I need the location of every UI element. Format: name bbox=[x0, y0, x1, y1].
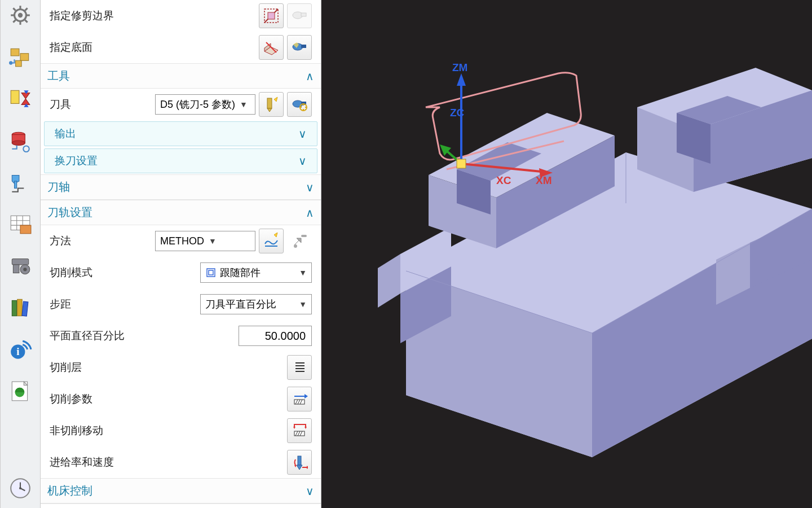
tool-change-label: 换刀设置 bbox=[55, 154, 98, 168]
svg-rect-54 bbox=[301, 45, 306, 48]
svg-point-32 bbox=[23, 268, 27, 271]
gear-icon[interactable] bbox=[6, 2, 35, 28]
z-axis-label: ZM bbox=[452, 62, 467, 73]
machine-control-label: 机床控制 bbox=[47, 483, 92, 498]
display-trim-boundary-button bbox=[287, 3, 312, 28]
chevron-up-icon: ∧ bbox=[306, 69, 314, 83]
stepover-row: 步距 刀具平直百分比 ▼ bbox=[41, 288, 321, 320]
percent-row: 平面直径百分比 bbox=[41, 320, 321, 352]
svg-marker-74 bbox=[293, 427, 295, 429]
svg-marker-15 bbox=[21, 93, 30, 105]
svg-rect-80 bbox=[298, 456, 301, 465]
chevron-down-icon: ∨ bbox=[306, 181, 314, 194]
cut-params-label: 切削参数 bbox=[50, 392, 92, 406]
spreadsheet-icon[interactable] bbox=[6, 211, 35, 237]
x-axis-label: XM bbox=[536, 174, 552, 186]
tool-select-value: D5 (铣刀-5 参数) bbox=[160, 98, 235, 111]
method-select-value: METHOD bbox=[160, 235, 204, 247]
path-section-label: 刀轨设置 bbox=[47, 205, 92, 220]
noncut-moves-row: 非切削移动 bbox=[41, 415, 321, 446]
edit-method-button[interactable] bbox=[287, 229, 312, 253]
stepover-select[interactable]: 刀具平直百分比 ▼ bbox=[200, 294, 312, 314]
method-select[interactable]: METHOD ▼ bbox=[155, 231, 255, 251]
path-section-header[interactable]: 刀轨设置 ∧ bbox=[41, 200, 321, 225]
floor-row: 指定底面 bbox=[41, 32, 321, 63]
cut-pattern-select[interactable]: 跟随部件 ▼ bbox=[200, 262, 312, 283]
axis-section-header[interactable]: 刀轴 ∨ bbox=[41, 174, 321, 200]
svg-rect-14 bbox=[11, 90, 19, 103]
caret-down-icon: ▼ bbox=[240, 100, 248, 109]
svg-line-6 bbox=[25, 20, 27, 22]
machine-tool-icon[interactable] bbox=[6, 253, 35, 279]
svg-point-12 bbox=[9, 61, 12, 64]
svg-point-20 bbox=[12, 141, 25, 145]
axis-section-label: 刀轴 bbox=[47, 179, 70, 195]
trim-boundary-row: 指定修剪边界 bbox=[41, 0, 321, 32]
tool-label: 刀具 bbox=[50, 97, 71, 112]
resource-bar: i bbox=[0, 0, 41, 508]
svg-line-8 bbox=[13, 20, 15, 22]
chevron-up-icon: ∧ bbox=[306, 206, 314, 220]
tool-change-subsection[interactable]: 换刀设置 ∨ bbox=[44, 148, 317, 173]
svg-rect-22 bbox=[15, 181, 17, 189]
svg-line-5 bbox=[13, 8, 15, 10]
history-clock-icon[interactable] bbox=[6, 475, 35, 501]
svg-rect-113 bbox=[457, 159, 466, 168]
svg-rect-30 bbox=[13, 265, 19, 273]
tool-section-header[interactable]: 工具 ∧ bbox=[41, 63, 321, 89]
feeds-row: 进给率和速度 bbox=[41, 446, 321, 478]
svg-rect-34 bbox=[17, 299, 22, 316]
cut-levels-row: 切削层 bbox=[41, 352, 321, 383]
machine-control-section-header[interactable]: 机床控制 ∨ bbox=[41, 478, 321, 503]
library-icon[interactable] bbox=[6, 295, 35, 321]
svg-rect-11 bbox=[20, 54, 29, 61]
select-floor-button[interactable] bbox=[259, 35, 284, 60]
select-trim-boundary-button[interactable] bbox=[259, 3, 284, 28]
constraint-navigator-icon[interactable] bbox=[6, 86, 35, 112]
cut-pattern-row: 切削模式 跟随部件 ▼ bbox=[41, 257, 321, 288]
new-tool-button[interactable] bbox=[259, 92, 284, 117]
noncut-moves-label: 非切削移动 bbox=[50, 423, 103, 438]
noncut-moves-button[interactable] bbox=[287, 418, 312, 443]
svg-rect-47 bbox=[268, 12, 275, 19]
chevron-down-icon: ∨ bbox=[306, 484, 314, 498]
floor-label: 指定底面 bbox=[50, 40, 92, 55]
svg-rect-61 bbox=[301, 235, 307, 237]
info-feed-icon[interactable]: i bbox=[6, 336, 35, 362]
assembly-navigator-icon[interactable] bbox=[6, 44, 35, 70]
svg-rect-10 bbox=[11, 49, 19, 56]
svg-marker-75 bbox=[304, 427, 307, 429]
machine-navigator-icon[interactable] bbox=[6, 128, 35, 154]
method-label: 方法 bbox=[50, 234, 71, 248]
caret-down-icon: ▼ bbox=[209, 237, 217, 246]
web-page-icon[interactable] bbox=[6, 378, 35, 404]
cut-levels-label: 切削层 bbox=[50, 360, 82, 375]
svg-text:i: i bbox=[16, 346, 19, 358]
svg-rect-35 bbox=[22, 301, 28, 316]
percent-input[interactable] bbox=[239, 326, 312, 346]
app-root: i 指定修剪边界 指定底面 bbox=[0, 0, 812, 508]
edit-tool-button[interactable] bbox=[287, 92, 312, 117]
operation-navigator-icon[interactable] bbox=[6, 169, 35, 195]
caret-down-icon: ▼ bbox=[299, 268, 307, 277]
svg-point-60 bbox=[294, 244, 297, 248]
cut-params-row: 切削参数 bbox=[41, 383, 321, 415]
chevron-down-icon: ∨ bbox=[298, 127, 307, 141]
display-floor-button[interactable] bbox=[287, 35, 312, 60]
tool-select[interactable]: D5 (铣刀-5 参数) ▼ bbox=[155, 94, 255, 115]
svg-rect-55 bbox=[267, 98, 272, 108]
cut-levels-button[interactable] bbox=[287, 355, 312, 380]
cut-params-button[interactable] bbox=[287, 387, 312, 411]
feeds-button[interactable] bbox=[287, 450, 312, 475]
output-subsection[interactable]: 输出 ∨ bbox=[44, 121, 317, 146]
output-label: 输出 bbox=[55, 126, 76, 141]
svg-rect-13 bbox=[16, 60, 21, 67]
zc-axis-label: ZC bbox=[450, 107, 465, 119]
operation-dialog-panel: 指定修剪边界 指定底面 工具 ∧ 刀具 bbox=[41, 0, 321, 508]
new-method-button[interactable] bbox=[259, 229, 284, 253]
svg-point-21 bbox=[23, 146, 29, 152]
svg-marker-81 bbox=[297, 465, 302, 470]
svg-point-44 bbox=[19, 487, 21, 489]
method-row: 方法 METHOD ▼ bbox=[41, 225, 321, 257]
graphics-viewport[interactable]: ZM ZC XC XM bbox=[321, 0, 812, 508]
